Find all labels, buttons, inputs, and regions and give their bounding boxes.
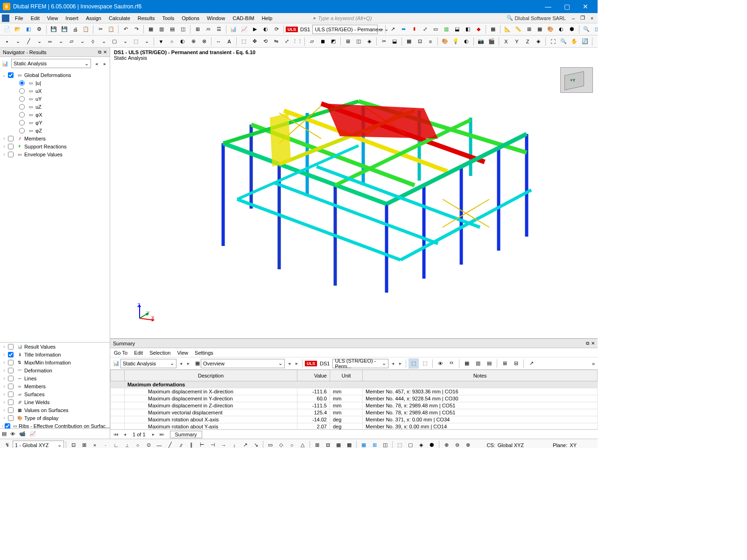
del-icon[interactable]: ✖ xyxy=(594,36,598,47)
list-icon[interactable]: ☰ xyxy=(214,24,224,35)
table-icon[interactable]: ⊞ xyxy=(192,24,203,35)
disp-type-of-display[interactable]: ›🎨Type of display xyxy=(0,414,110,422)
tool-f-icon[interactable]: ▥ xyxy=(441,24,451,35)
undo-icon[interactable]: ↶ xyxy=(120,24,131,35)
disp-line-welds[interactable]: ›⫻Line Welds xyxy=(0,398,110,406)
move-icon[interactable]: ✥ xyxy=(249,36,260,47)
disp-result-values[interactable]: ›📊Result Values xyxy=(0,343,110,350)
set-icon[interactable]: ⬚ xyxy=(131,36,141,47)
view4-icon[interactable]: ◫ xyxy=(178,24,188,35)
sum-selection[interactable]: Selection xyxy=(149,350,170,356)
disp-max-min-information[interactable]: ›⇅Max/Min Information xyxy=(0,358,110,366)
sum-tool10-icon[interactable]: ↗ xyxy=(526,358,536,369)
cut-icon[interactable]: ✂ xyxy=(95,24,106,35)
menu-insert[interactable]: Insert xyxy=(62,14,82,22)
menu-assign[interactable]: Assign xyxy=(82,14,105,22)
tool-p-icon[interactable]: ◐ xyxy=(556,24,566,35)
ecc-icon[interactable]: ⊕ xyxy=(188,36,198,47)
tree-members[interactable]: ›⫽Members xyxy=(0,134,110,142)
block-icon[interactable]: ◧ xyxy=(23,24,34,35)
rigid-icon[interactable]: ⊗ xyxy=(199,36,209,47)
sum-tool1-icon[interactable]: ⬚ xyxy=(409,358,419,369)
doc-restore-button[interactable]: ❐ xyxy=(579,15,586,21)
fit-icon[interactable]: ⛶ xyxy=(548,36,558,47)
panel-close-icon[interactable]: ✕ xyxy=(103,49,107,55)
sum-view[interactable]: View xyxy=(177,350,188,356)
tree-uy[interactable]: ▭uY xyxy=(0,95,110,103)
sum-edit[interactable]: Edit xyxy=(134,350,143,356)
view-z-icon[interactable]: Z xyxy=(522,36,533,47)
page-first[interactable]: ⏮ xyxy=(113,432,120,437)
tool-b-icon[interactable]: ⬌ xyxy=(398,24,409,35)
script-icon[interactable]: JS xyxy=(203,24,213,35)
menu-tools[interactable]: Tools xyxy=(158,14,178,22)
tool-m-icon[interactable]: ⊞ xyxy=(524,24,534,35)
summary-tab[interactable]: Summary xyxy=(170,431,202,438)
open-icon[interactable]: 📂 xyxy=(13,24,23,35)
maximize-button[interactable]: ▢ xyxy=(557,0,576,13)
view-iso-icon[interactable]: ◈ xyxy=(533,36,543,47)
view-y-icon[interactable]: Y xyxy=(512,36,522,47)
tree-global-deformations[interactable]: ⌄▭Global Deformations xyxy=(0,71,110,79)
menu-options[interactable]: Options xyxy=(178,14,203,22)
solid-icon[interactable]: ▢ xyxy=(109,36,120,47)
cam-icon[interactable]: 📷 xyxy=(476,36,486,47)
report-icon[interactable]: 📋 xyxy=(81,24,91,35)
view-cube[interactable] xyxy=(560,67,593,93)
menu-window[interactable]: Window xyxy=(203,14,229,22)
disp-ribs-effective-contribution-on-surfac-[interactable]: ›▭Ribs - Effective Contribution on Surfa… xyxy=(0,422,110,428)
disp-lines[interactable]: ›─Lines xyxy=(0,374,110,382)
combo-prev[interactable]: ◂ xyxy=(378,27,381,32)
disp-title-information[interactable]: ›ℹTitle Information xyxy=(0,350,110,358)
tree-phiy[interactable]: ▭φY xyxy=(0,119,110,126)
sum-goto[interactable]: Go To xyxy=(114,350,127,356)
menu-view[interactable]: View xyxy=(43,14,62,22)
panel-pin-icon[interactable]: ⧉ xyxy=(98,49,101,55)
tree-u[interactable]: ▭|u| xyxy=(0,79,110,87)
tool-a-icon[interactable]: ↗ xyxy=(388,24,398,35)
run-icon[interactable]: ▶ xyxy=(250,24,260,35)
results-icon[interactable]: ◐ xyxy=(261,24,271,35)
chart-icon[interactable]: 📈 xyxy=(239,24,249,35)
minimize-button[interactable]: — xyxy=(539,0,557,13)
menu-results[interactable]: Results xyxy=(134,14,159,22)
wire-icon[interactable]: ▱ xyxy=(307,36,317,47)
view-x-icon[interactable]: X xyxy=(501,36,511,47)
section-icon[interactable]: ⬓ xyxy=(389,36,400,47)
close-button[interactable]: ✕ xyxy=(576,0,595,13)
menu-edit[interactable]: Edit xyxy=(27,14,43,22)
disp-members[interactable]: ›═Members xyxy=(0,382,110,390)
sum-tool9-icon[interactable]: ⊟ xyxy=(511,358,521,369)
tool-h-icon[interactable]: ◧ xyxy=(463,24,473,35)
calc-icon[interactable]: 📊 xyxy=(228,24,239,35)
pan-icon[interactable]: ✋ xyxy=(569,36,579,47)
tree-uz[interactable]: ▭uZ xyxy=(0,103,110,111)
table-row[interactable]: Maximum displacement in X-direction-111.… xyxy=(111,388,598,395)
sum-tool2-icon[interactable]: ⬚ xyxy=(420,358,430,369)
coord-combo[interactable]: 1 - Global XYZ⌄ xyxy=(13,441,64,448)
sum-combo1[interactable]: Static Analysis⌄ xyxy=(120,359,176,368)
disp-deformation[interactable]: ›〰Deformation xyxy=(0,366,110,374)
sum-tool5-icon[interactable]: ▦ xyxy=(462,358,472,369)
scale-icon[interactable]: ⤢ xyxy=(282,36,292,47)
table-row[interactable]: Maximum displacement in Y-direction60.0m… xyxy=(111,395,598,402)
tool-g-icon[interactable]: ⬓ xyxy=(452,24,462,35)
select-icon[interactable]: ⬚ xyxy=(239,36,249,47)
doc-close-button[interactable]: × xyxy=(588,15,596,21)
page-prev[interactable]: ◂ xyxy=(121,432,128,437)
table-row[interactable]: Maximum rotation about X-axis-14.02degMe… xyxy=(111,416,598,423)
member-icon[interactable]: ═ xyxy=(45,36,55,47)
tree-phix[interactable]: ▭φX xyxy=(0,111,110,119)
3d-viewport[interactable]: ZYX xyxy=(110,63,598,338)
hinge-icon[interactable]: ○ xyxy=(167,36,177,47)
tool-d-icon[interactable]: ⤢ xyxy=(420,24,430,35)
page-next[interactable]: ▸ xyxy=(150,432,157,437)
shadow-icon[interactable]: ◐ xyxy=(461,36,472,47)
opening-icon[interactable]: ◊ xyxy=(88,36,98,47)
snap-icon[interactable]: ⊡ xyxy=(415,36,425,47)
array-icon[interactable]: ⋮⋮ xyxy=(292,36,303,47)
tree-ux[interactable]: ▭uX xyxy=(0,87,110,95)
sum-combo2[interactable]: Overview⌄ xyxy=(201,359,285,368)
grid-icon[interactable]: ▦ xyxy=(404,36,414,47)
video-icon[interactable]: 🎬 xyxy=(486,36,497,47)
